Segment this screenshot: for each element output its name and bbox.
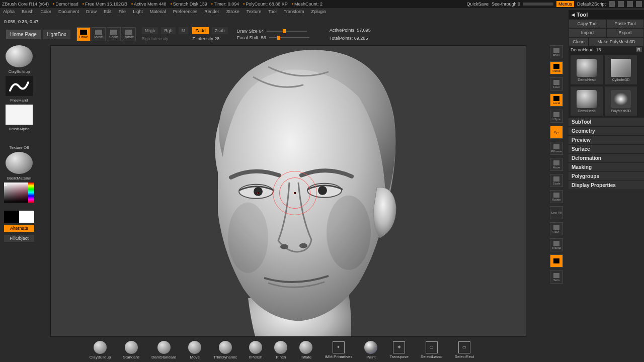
section-surface[interactable]: Surface xyxy=(569,145,644,154)
menu-item[interactable]: Stroke xyxy=(226,9,239,14)
tool-thumb[interactable]: DemoHead xyxy=(571,55,603,84)
texture-label[interactable]: Texture Off xyxy=(10,145,29,150)
material-swatch[interactable] xyxy=(6,152,33,174)
local-button[interactable]: Local xyxy=(550,94,563,107)
minimize-icon[interactable] xyxy=(618,1,624,7)
menu-item[interactable]: Tool xyxy=(268,9,277,14)
brush-standard[interactable]: Standard xyxy=(123,341,139,359)
transp-button[interactable]: Transp xyxy=(550,238,563,251)
brush-paint[interactable]: Paint xyxy=(364,341,377,359)
menu-item[interactable]: Texture xyxy=(247,9,262,14)
section-masking[interactable]: Masking xyxy=(569,163,644,172)
viewport[interactable] xyxy=(50,45,526,337)
linefill-button[interactable]: Line Fill xyxy=(550,206,563,219)
zadd-button[interactable]: Zadd xyxy=(192,27,209,34)
close-icon[interactable] xyxy=(636,1,642,7)
rotate-mode-button[interactable]: Rotate xyxy=(122,27,136,41)
quicksave-button[interactable]: QuickSave xyxy=(466,2,489,7)
secondary-colors[interactable] xyxy=(4,211,34,223)
rgb-button[interactable]: Rgb xyxy=(161,27,176,34)
brush-imm-primitives[interactable]: ✦IMM Primatives xyxy=(325,341,352,359)
menu-item[interactable]: Document xyxy=(58,9,79,14)
focal-shift-label[interactable]: Focal Shift -56 xyxy=(237,35,266,40)
mrgb-button[interactable]: Mrgb xyxy=(142,27,158,34)
section-display-properties[interactable]: Display Properties xyxy=(569,181,644,190)
menu-item[interactable]: Zplugin xyxy=(311,9,326,14)
hue-strip[interactable] xyxy=(28,183,34,203)
menu-item[interactable]: File xyxy=(119,9,126,14)
transpose-button[interactable]: ✥Transpose xyxy=(389,341,409,359)
color-picker[interactable] xyxy=(4,183,34,209)
draw-mode-button[interactable]: Draw xyxy=(76,27,91,41)
brush-pinch[interactable]: Pinch xyxy=(274,341,287,359)
section-deformation[interactable]: Deformation xyxy=(569,154,644,163)
menu-item[interactable]: Transform xyxy=(284,9,304,14)
paste-tool-button[interactable]: Paste Tool xyxy=(606,19,644,28)
focal-shift-slider[interactable] xyxy=(269,37,309,38)
menu-item[interactable]: Draw xyxy=(86,9,97,14)
menu-item[interactable]: Material xyxy=(150,9,166,14)
brush-trimdynamic[interactable]: TrimDynamic xyxy=(213,341,237,359)
menu-item[interactable]: Render xyxy=(204,9,219,14)
rotate-view-button[interactable]: Rotate xyxy=(550,190,563,203)
move-mode-button[interactable]: Move xyxy=(92,27,106,41)
menu-item[interactable]: Brush xyxy=(22,9,34,14)
fillobject-button[interactable]: FillObject xyxy=(4,235,34,242)
menu-item[interactable]: Preferences xyxy=(173,9,198,14)
menu-item[interactable]: Edit xyxy=(104,9,112,14)
polyf-button[interactable]: PolyF xyxy=(550,222,563,235)
menu-item[interactable]: Color xyxy=(41,9,52,14)
scale-view-button[interactable]: Scale xyxy=(550,174,563,187)
tool-header[interactable]: ◀Tool xyxy=(569,10,644,19)
copy-tool-button[interactable]: Copy Tool xyxy=(569,19,606,28)
alpha-swatch[interactable] xyxy=(6,105,33,125)
stroke-swatch[interactable] xyxy=(6,76,33,96)
ghost-button[interactable] xyxy=(550,254,563,267)
tool-thumb[interactable]: PolyMesh3D xyxy=(605,86,637,116)
clone-button[interactable]: Clone xyxy=(569,37,589,46)
menu-item[interactable]: Alpha xyxy=(3,9,15,14)
brush-claybuildup[interactable]: ClayBuildup xyxy=(90,341,111,359)
tool-name[interactable]: DemoHead. 16 xyxy=(571,47,601,52)
zsub-button[interactable]: Zsub xyxy=(212,27,228,34)
brush-hpolish[interactable]: hPolish xyxy=(249,341,262,359)
bmr-button[interactable]: BMR xyxy=(550,45,563,58)
xyz-button[interactable]: Xyz xyxy=(550,126,563,139)
alternate-button[interactable]: Alternate xyxy=(4,225,34,232)
section-geometry[interactable]: Geometry xyxy=(569,127,644,136)
homepage-button[interactable]: Home Page xyxy=(6,30,41,39)
m-button[interactable]: M xyxy=(179,27,189,34)
draw-size-label[interactable]: Draw Size 64 xyxy=(237,29,264,34)
section-preview[interactable]: Preview xyxy=(569,136,644,145)
persp-button[interactable]: Persp xyxy=(550,61,563,74)
lightbox-button[interactable]: LightBox xyxy=(43,30,70,39)
color-black[interactable] xyxy=(4,211,19,223)
default-script[interactable]: DefaultZScript xyxy=(577,2,606,7)
solo-button[interactable]: Solo xyxy=(550,270,563,284)
brush-inflate[interactable]: Inflate xyxy=(299,341,312,359)
pframe-button[interactable]: PFrame xyxy=(550,142,563,155)
config-icon[interactable] xyxy=(609,1,615,7)
export-button[interactable]: Export xyxy=(606,28,644,37)
brush-swatch[interactable] xyxy=(6,45,33,67)
z-intensity-label[interactable]: Z Intensity 28 xyxy=(192,36,219,41)
brush-move[interactable]: Move xyxy=(188,341,201,359)
tool-r-button[interactable]: R xyxy=(636,47,642,52)
seethrough-slider[interactable] xyxy=(523,3,553,6)
maximize-icon[interactable] xyxy=(627,1,633,7)
draw-size-slider[interactable] xyxy=(267,31,307,32)
brush-damstandard[interactable]: DamStandard xyxy=(151,341,176,359)
scale-mode-button[interactable]: Scale xyxy=(107,27,121,41)
menus-button[interactable]: Menus xyxy=(556,1,574,7)
select-lasso-button[interactable]: ◌SelectLasso xyxy=(421,341,443,359)
tool-thumb[interactable]: DemoHead xyxy=(571,86,603,116)
import-button[interactable]: Import xyxy=(569,28,606,37)
section-polygroups[interactable]: Polygroups xyxy=(569,172,644,181)
lsym-button[interactable]: LSym xyxy=(550,110,563,123)
select-rect-button[interactable]: ▭SelectRect xyxy=(455,341,474,359)
menu-item[interactable]: Light xyxy=(133,9,143,14)
color-white[interactable] xyxy=(19,211,34,223)
make-polymesh-button[interactable]: Make PolyMesh3D xyxy=(589,37,644,46)
section-subtool[interactable]: SubTool xyxy=(569,118,644,127)
tool-thumb[interactable]: Cylinder3D xyxy=(605,55,637,84)
